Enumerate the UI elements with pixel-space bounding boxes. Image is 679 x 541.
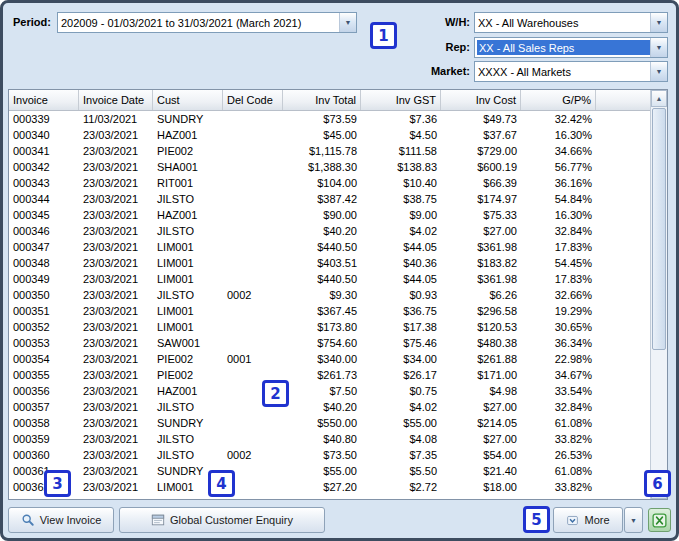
scrollbar-thumb[interactable] [652,108,666,350]
cell-cust: PIE002 [153,143,223,159]
column-header-inv-total[interactable]: Inv Total [283,90,361,110]
table-row[interactable]: 00034023/03/2021HAZ001$45.00$4.50$37.671… [9,127,650,143]
cell-invoice-date: 23/03/2021 [79,479,153,495]
cell-inv-total: $45.00 [283,127,361,143]
table-row[interactable]: 00034523/03/2021HAZ001$90.00$9.00$75.331… [9,207,650,223]
cell-del-code [223,415,283,431]
table-row[interactable]: 00034623/03/2021JILSTO$40.20$4.02$27.003… [9,223,650,239]
cell-cust: LIM001 [153,255,223,271]
table-row[interactable]: 00034223/03/2021SHA001$1,388.30$138.83$6… [9,159,650,175]
table-row[interactable]: 00035523/03/2021PIE002$261.73$26.17$171.… [9,367,650,383]
cell-cust: HAZ001 [153,127,223,143]
cell-del-code [223,239,283,255]
cell-inv-total: $40.80 [283,431,361,447]
cell-inv-total: $261.73 [283,367,361,383]
table-row[interactable]: 00036323/03/2021LIM001$7.70$0.77$5.0035.… [9,495,650,499]
cell-inv-gst: $10.40 [361,175,441,191]
vertical-scrollbar[interactable]: ▲ ▼ [650,90,667,499]
cell-inv-total: $173.80 [283,319,361,335]
table-row[interactable]: 00035123/03/2021LIM001$367.45$36.75$296.… [9,303,650,319]
table-row[interactable]: 00036023/03/2021JILSTO0002$73.50$7.35$54… [9,447,650,463]
cell-inv-cost: $361.98 [441,271,521,287]
cell-inv-total: $90.00 [283,207,361,223]
cell-inv-gst: $44.05 [361,271,441,287]
table-row[interactable]: 00035823/03/2021SUNDRY$550.00$55.00$214.… [9,415,650,431]
table-row[interactable]: 00034123/03/2021PIE002$1,115.78$111.58$7… [9,143,650,159]
rep-select[interactable]: XX - All Sales Reps ▼ [474,37,668,58]
cell-filler [596,415,650,431]
global-customer-enquiry-button[interactable]: Global Customer Enquiry [119,507,325,533]
table-row[interactable]: 00036123/03/2021SUNDRY$55.00$5.50$21.406… [9,463,650,479]
table-row[interactable]: 00034923/03/2021LIM001$440.50$44.05$361.… [9,271,650,287]
cell-cust: LIM001 [153,319,223,335]
invoice-enquiry-window: Period: 202009 - 01/03/2021 to 31/03/202… [0,0,679,541]
column-header-cust[interactable]: Cust [153,90,223,110]
cell-inv-total: $7.50 [283,383,361,399]
table-row[interactable]: 00033911/03/2021SUNDRY$73.59$7.36$49.733… [9,111,650,127]
cell-cust: LIM001 [153,303,223,319]
cell-gp-percent: 36.34% [521,335,596,351]
table-row[interactable]: 00035623/03/2021HAZ001$7.50$0.75$4.9833.… [9,383,650,399]
column-header-del-code[interactable]: Del Code [223,90,283,110]
table-row[interactable]: 00035323/03/2021SAW001$754.60$75.46$480.… [9,335,650,351]
warehouse-select[interactable]: XX - All Warehouses ▼ [474,12,668,33]
table-row[interactable]: 00034423/03/2021JILSTO$387.42$38.75$174.… [9,191,650,207]
annotation-badge-2: 2 [262,380,289,407]
cell-inv-gst: $7.36 [361,111,441,127]
table-row[interactable]: 00035223/03/2021LIM001$173.80$17.38$120.… [9,319,650,335]
view-invoice-button[interactable]: View Invoice [8,507,114,533]
cell-inv-gst: $17.38 [361,319,441,335]
cell-inv-gst: $34.00 [361,351,441,367]
more-button[interactable]: More [553,507,623,533]
table-row[interactable]: 00034823/03/2021LIM001$403.51$40.36$183.… [9,255,650,271]
cell-cust: PIE002 [153,367,223,383]
column-header-inv-cost[interactable]: Inv Cost [441,90,521,110]
cell-invoice-date: 23/03/2021 [79,207,153,223]
cell-gp-percent: 33.54% [521,383,596,399]
cell-invoice: 000340 [9,127,79,143]
cell-del-code [223,143,283,159]
table-row[interactable]: 00036223/03/2021LIM001$27.20$2.72$18.003… [9,479,650,495]
cell-del-code: 0002 [223,447,283,463]
magnifier-icon [21,513,35,527]
cell-inv-total: $27.20 [283,479,361,495]
more-split-arrow-button[interactable]: ▼ [624,507,643,533]
invoice-table: Invoice Invoice Date Cust Del Code Inv T… [8,89,668,500]
export-to-excel-button[interactable] [648,508,671,532]
cell-inv-total: $55.00 [283,463,361,479]
cell-invoice: 000343 [9,175,79,191]
period-select[interactable]: 202009 - 01/03/2021 to 31/03/2021 (March… [57,12,357,33]
cell-del-code [223,127,283,143]
table-row[interactable]: 00035723/03/2021JILSTO$40.20$4.02$27.003… [9,399,650,415]
cell-invoice-date: 23/03/2021 [79,431,153,447]
column-header-gp-percent[interactable]: G/P% [521,90,596,110]
cell-inv-cost: $21.40 [441,463,521,479]
cell-inv-total: $73.59 [283,111,361,127]
cell-gp-percent: 54.45% [521,255,596,271]
more-label: More [584,514,609,526]
cell-inv-gst: $0.77 [361,495,441,499]
column-header-invoice[interactable]: Invoice [9,90,79,110]
table-row[interactable]: 00035023/03/2021JILSTO0002$9.30$0.93$6.2… [9,287,650,303]
column-header-invoice-date[interactable]: Invoice Date [79,90,153,110]
cell-del-code [223,319,283,335]
column-header-inv-gst[interactable]: Inv GST [361,90,441,110]
cell-gp-percent: 56.77% [521,159,596,175]
cell-del-code [223,223,283,239]
cell-inv-cost: $27.00 [441,223,521,239]
cell-cust: SUNDRY [153,111,223,127]
table-row[interactable]: 00035923/03/2021JILSTO$40.80$4.08$27.003… [9,431,650,447]
cell-invoice: 000358 [9,415,79,431]
cell-gp-percent: 17.83% [521,239,596,255]
cell-del-code [223,207,283,223]
scroll-up-button[interactable]: ▲ [651,90,667,107]
cell-invoice: 000344 [9,191,79,207]
table-row[interactable]: 00034323/03/2021RIT001$104.00$10.40$66.3… [9,175,650,191]
table-row[interactable]: 00034723/03/2021LIM001$440.50$44.05$361.… [9,239,650,255]
cell-invoice-date: 23/03/2021 [79,415,153,431]
market-select[interactable]: XXXX - All Markets ▼ [474,61,668,82]
cell-invoice: 000353 [9,335,79,351]
cell-invoice-date: 23/03/2021 [79,351,153,367]
cell-gp-percent: 17.83% [521,271,596,287]
table-row[interactable]: 00035423/03/2021PIE0020001$340.00$34.00$… [9,351,650,367]
